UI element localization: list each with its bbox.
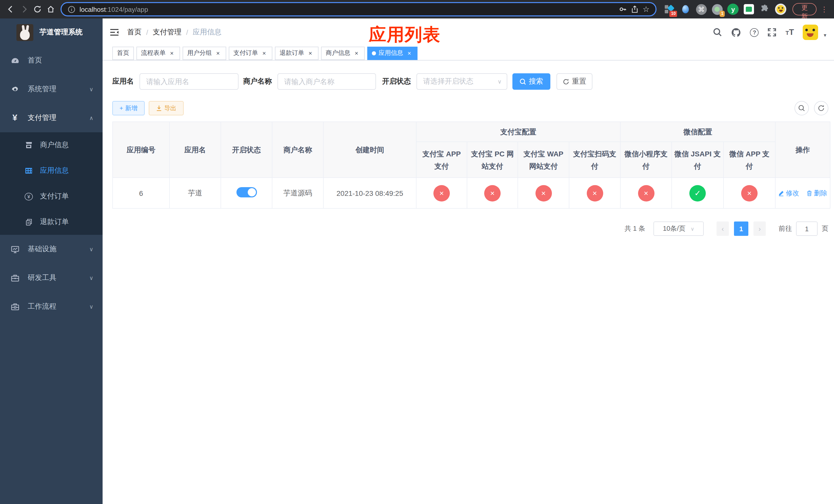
extension-blue-diamond-icon[interactable]: 10 [664, 4, 675, 15]
refresh-button[interactable] [814, 101, 828, 115]
logo-image [16, 24, 33, 41]
hide-search-button[interactable] [794, 101, 809, 115]
reset-button[interactable]: 重置 [556, 73, 592, 90]
cell-app-id: 6 [113, 178, 170, 208]
search-icon[interactable] [713, 28, 722, 37]
filter-form: 应用名 商户名称 开启状态 请选择开启状态 ∨ 搜索 重置 [112, 73, 830, 90]
extensions-puzzle-icon[interactable] [760, 4, 771, 15]
breadcrumb-home[interactable]: 首页 [127, 28, 141, 37]
tab-merchant-info[interactable]: 商户信息× [321, 46, 365, 60]
shop-icon [25, 141, 33, 149]
fullscreen-icon[interactable] [768, 28, 777, 37]
browser-home-icon[interactable] [44, 3, 58, 16]
tab-pay-orders[interactable]: 支付订单× [229, 46, 272, 60]
extension-balloon-icon[interactable] [680, 4, 691, 15]
edit-link[interactable]: 修改 [778, 188, 799, 198]
app-name-input[interactable] [139, 73, 239, 90]
site-info-icon[interactable] [68, 5, 75, 13]
search-button[interactable]: 搜索 [512, 73, 550, 90]
status-toggle[interactable] [236, 187, 257, 198]
help-icon[interactable]: ? [750, 28, 759, 37]
tab-close-icon[interactable]: × [214, 49, 222, 56]
user-avatar[interactable] [803, 25, 818, 40]
active-tab-dot [372, 51, 376, 55]
delete-link[interactable]: 删除 [806, 188, 827, 198]
top-navbar: 首页 / 支付管理 / 应用信息 应用列表 ? [103, 19, 834, 46]
browser-update-button[interactable]: 更新 [793, 3, 816, 15]
sidebar-item-dev-tools[interactable]: 研发工具 ∨ [0, 264, 103, 292]
chevron-down-icon: ∨ [89, 275, 93, 281]
tab-close-icon[interactable]: × [168, 49, 175, 56]
alipay-qr-disabled-icon: × [587, 185, 603, 201]
sidebar-item-infrastructure[interactable]: 基础设施 ∨ [0, 235, 103, 264]
chevron-down-icon: ∨ [89, 303, 93, 310]
extension-chat-icon[interactable] [744, 4, 755, 15]
app-name-label: 应用名 [112, 77, 134, 86]
tab-process-form[interactable]: 流程表单× [136, 46, 180, 60]
extension-y-icon[interactable]: y [728, 4, 739, 15]
sidebar-item-payment[interactable]: ¥ 支付管理 ∧ [0, 104, 103, 132]
export-button[interactable]: 导出 [149, 101, 184, 115]
page-number-1[interactable]: 1 [734, 222, 748, 236]
col-alipay-app: 支付宝 APP 支付 [416, 142, 467, 178]
toolbox-icon [10, 274, 20, 282]
table-row: 6 芋道 芋道源码 2021-10-23 08:49:25 × × × × × … [113, 178, 830, 208]
sidebar-item-app-info[interactable]: 应用信息 [0, 158, 103, 184]
page-size-select[interactable]: 10条/页 ∨ [654, 222, 704, 236]
gear-icon [10, 85, 20, 94]
browser-profile-avatar[interactable] [775, 4, 787, 15]
screen: localhost:1024/pay/app ☆ 10 ⌘ 1 y [0, 0, 834, 504]
add-button[interactable]: + 新增 [112, 101, 145, 115]
goto-suffix: 页 [822, 224, 828, 233]
sidebar-item-refund-orders[interactable]: 退款订单 [0, 209, 103, 235]
share-icon[interactable] [631, 5, 639, 13]
github-icon[interactable] [731, 27, 741, 37]
sidebar-logo[interactable]: 芋道管理系统 [0, 19, 103, 46]
sidebar-item-merchant-info[interactable]: 商户信息 [0, 132, 103, 158]
browser-reload-icon[interactable] [31, 3, 44, 16]
avatar-caret-icon[interactable]: ▾ [824, 32, 826, 40]
sidebar-menu: 首页 系统管理 ∨ ¥ 支付管理 ∧ [0, 46, 103, 321]
payment-submenu: 商户信息 应用信息 ¥ 支付订单 [0, 132, 103, 235]
browser-menu-icon[interactable]: ⋮ [821, 5, 828, 13]
sidebar-item-system[interactable]: 系统管理 ∨ [0, 75, 103, 104]
tab-close-icon[interactable]: × [261, 49, 268, 56]
next-page-button[interactable]: › [753, 222, 766, 236]
sidebar-collapse-icon[interactable] [110, 28, 119, 37]
goto-page-input[interactable] [796, 222, 818, 236]
sidebar-item-home[interactable]: 首页 [0, 46, 103, 75]
tab-user-group[interactable]: 用户分组× [182, 46, 226, 60]
status-select[interactable]: 请选择开启状态 ∨ [416, 73, 507, 90]
breadcrumb-payment[interactable]: 支付管理 [153, 28, 181, 37]
browser-forward-icon[interactable] [18, 3, 31, 16]
tab-refund-orders[interactable]: 退款订单× [275, 46, 319, 60]
sidebar-item-pay-orders[interactable]: ¥ 支付订单 [0, 184, 103, 209]
prev-page-button[interactable]: ‹ [717, 222, 729, 236]
alipay-pc-disabled-icon: × [484, 185, 501, 201]
tab-home[interactable]: 首页 [112, 46, 134, 60]
tab-close-icon[interactable]: × [406, 49, 413, 56]
merchant-name-input[interactable] [278, 73, 376, 90]
cell-create-time: 2021-10-23 08:49:25 [323, 178, 416, 208]
tab-close-icon[interactable]: × [307, 49, 314, 56]
address-bar[interactable]: localhost:1024/pay/app ☆ [61, 2, 657, 17]
col-status: 开启状态 [221, 122, 272, 178]
chevron-down-icon: ∨ [498, 78, 502, 85]
yen-icon: ¥ [10, 113, 20, 123]
col-app-name: 应用名 [170, 122, 221, 178]
tab-close-icon[interactable]: × [353, 49, 360, 56]
extension-command-icon[interactable]: ⌘ [696, 4, 707, 15]
tab-app-info[interactable]: 应用信息× [367, 46, 418, 60]
col-merchant: 商户名称 [272, 122, 323, 178]
alipay-wap-disabled-icon: × [535, 185, 552, 201]
wechat-app-disabled-icon: × [741, 185, 758, 201]
browser-back-icon[interactable] [4, 3, 18, 16]
tabs-bar: 首页 流程表单× 用户分组× 支付订单× 退款订单× 商户信息× 应用信息× [103, 46, 834, 61]
alipay-app-disabled-icon: × [433, 185, 450, 201]
password-key-icon[interactable] [619, 5, 627, 13]
bookmark-star-icon[interactable]: ☆ [643, 5, 650, 14]
extension-camera-icon[interactable]: 1 [712, 4, 723, 15]
total-count: 共 1 条 [624, 224, 645, 233]
sidebar-item-workflow[interactable]: 工作流程 ∨ [0, 292, 103, 321]
font-size-icon[interactable]: TT [786, 28, 794, 37]
